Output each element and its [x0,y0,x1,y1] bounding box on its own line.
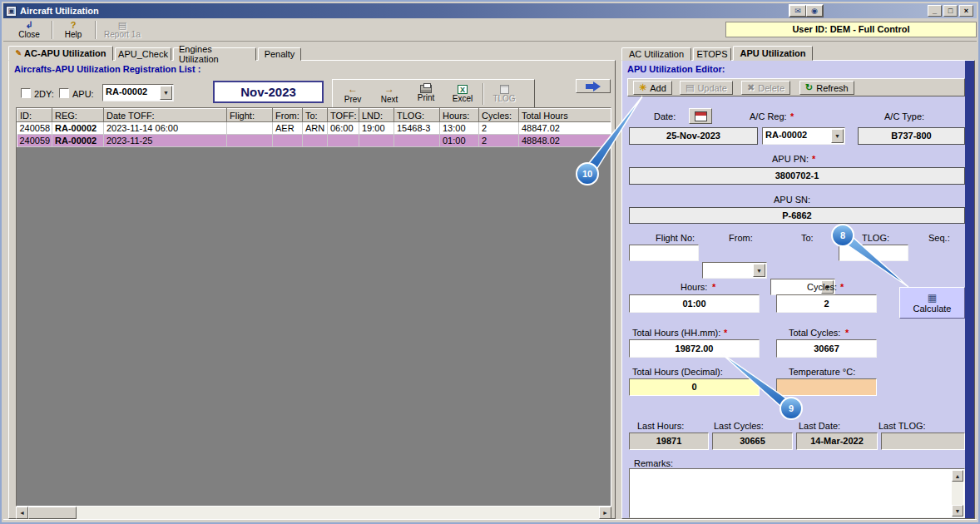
calendar-button[interactable] [689,108,712,124]
tab-apu-utilization[interactable]: APU Utilization [733,46,813,61]
tab-ac-apu-utilization[interactable]: ✎ AC-APU Utilization [8,46,113,61]
hours-label: Hours: [681,282,707,292]
column-header[interactable]: TLOG: [394,109,440,122]
column-header[interactable]: LND: [359,109,394,122]
calculate-button[interactable]: ▦ Calculate [899,287,965,319]
report-button[interactable]: ▤ Report 1a [98,19,146,40]
total-cycles-input[interactable]: 30667 [776,339,877,358]
cell-toff[interactable]: 06:00 [328,122,359,135]
scroll-down-button[interactable]: ▼ [952,505,963,517]
print-button[interactable]: Print [408,82,444,106]
help-button[interactable]: ? Help [55,19,92,40]
cell-tlog[interactable]: 15468-3 [394,122,440,135]
next-button[interactable]: → Next [371,82,408,106]
next-icon: → [384,84,394,95]
edit-form-icon: ✎ [16,49,22,57]
2dy-label: 2DY: [34,89,54,99]
cell-lnd[interactable] [359,135,394,147]
column-header[interactable]: Cycles: [479,109,519,122]
cell-flight[interactable] [227,122,273,135]
cell-date-toff[interactable]: 2023-11-25 [104,135,227,147]
cell-id[interactable]: 240059 [17,135,52,147]
cell-reg[interactable]: RA-00002 [52,122,104,135]
flight-no-input[interactable] [629,245,699,261]
column-header[interactable]: Date TOFF: [104,109,227,122]
column-header[interactable]: Flight: [227,109,273,122]
total-hours-decimal-input[interactable]: 0 [629,378,760,396]
cell-lnd[interactable]: 19:00 [359,122,394,135]
title-bar: ▣ Aircraft Utilization [3,3,977,18]
column-header[interactable]: From: [273,109,303,122]
maximize-button[interactable]: □ [943,5,958,17]
temperature-input[interactable] [776,378,877,396]
hours-input[interactable]: 01:00 [629,294,760,313]
tab-engines-utilization[interactable]: Engines Utilization [173,47,256,61]
close-window-button[interactable]: × [959,5,973,17]
flight-no-label: Flight No: [656,233,695,243]
delete-button[interactable]: ✖ Delete [741,81,790,95]
nav-separator [483,83,484,105]
cell-toff[interactable] [328,135,359,147]
cell-hours[interactable]: 13:00 [440,122,479,135]
cell-cycles[interactable]: 2 [479,122,519,135]
scrollbar-thumb[interactable] [28,507,77,519]
cell-cycles[interactable]: 2 [479,135,519,147]
cell-reg[interactable]: RA-00002 [52,135,104,147]
monitor-icon[interactable]: ◉ [806,5,823,17]
refresh-button[interactable]: ↻ Refresh [799,81,854,95]
tlog-input[interactable] [839,245,908,261]
go-button[interactable] [576,79,611,93]
tab-penalty[interactable]: Penalty [258,47,301,61]
prev-button[interactable]: ← Prev [334,82,371,106]
utilization-grid-container: ID: REG: Date TOFF: Flight: From: To: TO… [16,107,611,507]
required-marker: * [712,282,715,292]
dropdown-arrow-icon[interactable]: ▼ [160,86,172,100]
table-row-selected[interactable]: 240059 RA-00002 2023-11-25 01:00 2 48848… [17,135,611,147]
apu-checkbox[interactable] [59,88,69,98]
tab-apu-check[interactable]: APU_Check [115,47,171,61]
total-hours-input[interactable]: 19872.00 [629,339,760,358]
close-button[interactable]: ↲ Close [10,19,48,40]
column-header[interactable]: TOFF: [328,109,359,122]
cycles-input[interactable]: 2 [776,294,877,313]
tlog-button[interactable]: TLOG [486,82,522,106]
cell-from[interactable]: AER [273,122,303,135]
column-header[interactable]: REG: [52,109,104,122]
table-row[interactable]: 240058 RA-00002 2023-11-14 06:00 AER ARN… [17,122,611,135]
cell-date-toff[interactable]: 2023-11-14 06:00 [104,122,227,135]
scrollbar-track[interactable] [952,482,963,505]
cell-tlog[interactable] [394,135,440,147]
update-button[interactable]: ▤ Update [680,81,733,95]
cell-total-hours[interactable]: 48848.02 [519,135,611,147]
add-button[interactable]: ✳ Add [633,81,672,95]
scroll-right-button[interactable]: ► [599,507,611,519]
excel-button[interactable]: X Excel [444,82,481,106]
scroll-up-button[interactable]: ▲ [952,470,963,482]
cell-id[interactable]: 240058 [17,122,52,135]
ac-reg-select[interactable]: RA-00002 ▼ [762,127,845,145]
send-report-icon[interactable]: ✉ [789,5,806,17]
column-header[interactable]: ID: [17,109,52,122]
cell-to[interactable]: ARN [303,122,328,135]
cell-hours[interactable]: 01:00 [440,135,479,147]
tab-etops[interactable]: ETOPS [693,47,731,61]
horizontal-scrollbar[interactable]: ◄ ► [16,507,611,519]
cell-flight[interactable] [227,135,273,147]
column-header[interactable]: Hours: [440,109,479,122]
aircraft-reg-select[interactable]: RA-00002 ▼ [102,84,174,101]
add-label: Add [650,83,666,93]
remarks-textarea[interactable]: ▲ ▼ [629,468,965,518]
scrollbar-track[interactable] [28,507,599,519]
column-header[interactable]: To: [303,109,328,122]
tab-ac-utilization[interactable]: AC Utilization [621,47,691,61]
cell-total-hours[interactable]: 48847.02 [519,122,611,135]
cell-from[interactable] [273,135,303,147]
dropdown-arrow-icon[interactable]: ▼ [831,129,844,143]
2dy-checkbox[interactable] [21,88,31,98]
cell-to[interactable] [303,135,328,147]
from-select[interactable]: ▼ [702,262,767,279]
column-header[interactable]: Total Hours [519,109,611,122]
scroll-left-button[interactable]: ◄ [16,507,28,519]
minimize-button[interactable]: _ [928,5,942,17]
dropdown-arrow-icon[interactable]: ▼ [753,264,765,277]
